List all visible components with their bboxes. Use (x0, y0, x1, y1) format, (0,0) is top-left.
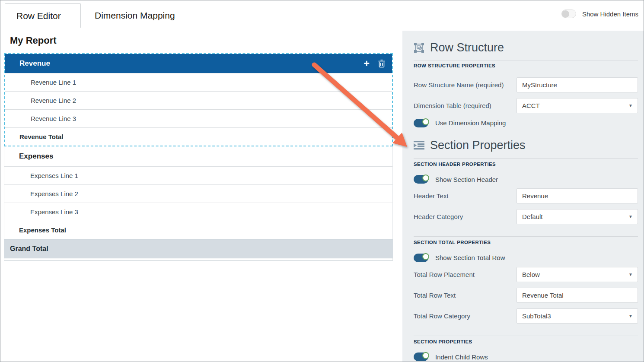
use-dimension-mapping-toggle[interactable] (414, 119, 428, 127)
total-row-placement-field-row: Total Row Placement Below ▼ (414, 267, 638, 282)
row-label: Expenses Line 1 (30, 172, 78, 179)
row-structure-icon (414, 42, 424, 53)
row-expenses-line-3[interactable]: Expenses Line 3 (4, 203, 392, 221)
add-row-button[interactable]: + (363, 59, 370, 69)
toggle-knob (422, 352, 429, 359)
show-section-total-row-toggle[interactable] (414, 254, 428, 262)
tab-dimension-mapping[interactable]: Dimension Mapping (90, 3, 179, 27)
header-text-label: Header Text (414, 192, 449, 200)
chevron-down-icon: ▼ (628, 314, 633, 318)
toggle-knob (422, 118, 429, 125)
row-label: Expenses Total (19, 226, 66, 234)
row-label: Grand Total (10, 245, 48, 253)
total-row-placement-select[interactable]: Below ▼ (516, 267, 638, 282)
trash-icon (378, 60, 385, 68)
row-label: Revenue Line 1 (31, 79, 76, 86)
show-section-header-row: Show Section Header (414, 175, 638, 184)
row-actions: + (363, 54, 385, 73)
use-dimension-mapping-label: Use Dimension Mapping (435, 119, 506, 127)
section-total-properties-label: SECTION TOTAL PROPERTIES (414, 240, 638, 245)
row-label: Revenue Total (19, 133, 63, 140)
show-section-total-row-label: Show Section Total Row (435, 254, 505, 261)
header-category-select[interactable]: Default ▼ (516, 209, 638, 224)
row-revenue-header[interactable]: Revenue + (5, 54, 392, 73)
row-structure-list: Revenue + Revenue Line 1 (4, 53, 393, 261)
total-row-text-input[interactable] (516, 288, 638, 303)
row-grand-total[interactable]: Grand Total (4, 239, 393, 258)
dimension-table-label: Dimension Table (required) (414, 102, 491, 109)
section-properties-title: Section Properties (430, 139, 526, 152)
use-dimension-mapping-row: Use Dimension Mapping (414, 118, 638, 127)
row-revenue-line-1[interactable]: Revenue Line 1 (5, 73, 392, 91)
indent-child-rows-label: Indent Child Rows (435, 353, 488, 361)
row-structure-title: Row Structure (430, 41, 504, 54)
row-structure-properties-label: ROW STRUCTURE PROPERTIES (414, 63, 638, 69)
row-structure-name-input[interactable] (516, 77, 638, 92)
toggle-knob (562, 10, 569, 18)
row-structure-name-label: Row Structure Name (required) (414, 81, 504, 89)
row-label: Revenue Line 3 (31, 115, 76, 122)
section-header-properties-label: SECTION HEADER PROPERTIES (414, 162, 638, 167)
total-row-placement-label: Total Row Placement (414, 271, 475, 278)
divider (414, 336, 638, 336)
section-expenses: Expenses Expenses Line 1 Expenses Line 2… (4, 146, 393, 239)
properties-panel: Row Structure ROW STRUCTURE PROPERTIES R… (402, 31, 644, 362)
section-properties-label: SECTION PROPERTIES (414, 339, 638, 345)
chevron-down-icon: ▼ (628, 272, 633, 277)
section-properties-heading: Section Properties (414, 139, 638, 152)
header-text-input[interactable] (516, 188, 638, 203)
indent-child-rows-row: Indent Child Rows (414, 352, 638, 362)
dimension-table-field-row: Dimension Table (required) ACCT ▼ (414, 98, 638, 113)
list-bottom-divider (4, 258, 393, 261)
divider (414, 60, 638, 60)
report-title: My Report (10, 35, 57, 46)
show-section-header-toggle[interactable] (414, 175, 428, 184)
row-revenue-total[interactable]: Revenue Total (5, 127, 392, 146)
total-row-text-field-row: Total Row Text (414, 288, 638, 303)
dimension-table-value: ACCT (522, 102, 540, 109)
row-revenue-line-2[interactable]: Revenue Line 2 (5, 91, 392, 109)
show-section-header-label: Show Section Header (435, 176, 498, 183)
total-row-text-label: Total Row Text (414, 292, 456, 299)
row-structure-heading: Row Structure (414, 41, 638, 54)
row-expenses-header[interactable]: Expenses (4, 146, 392, 166)
show-hidden-items-label: Show Hidden Items (582, 10, 638, 18)
total-row-category-field-row: Total Row Category SubTotal3 ▼ (414, 308, 638, 324)
row-revenue-line-3[interactable]: Revenue Line 3 (5, 109, 392, 127)
toggle-knob (422, 175, 429, 181)
chevron-down-icon: ▼ (628, 103, 633, 108)
chevron-down-icon: ▼ (628, 214, 633, 219)
dimension-table-select[interactable]: ACCT ▼ (516, 98, 638, 113)
row-expenses-total[interactable]: Expenses Total (4, 221, 392, 239)
row-label: Expenses Line 2 (30, 190, 78, 197)
row-label: Expenses (19, 152, 53, 161)
divider (414, 158, 638, 159)
row-label: Revenue Line 2 (31, 97, 76, 104)
total-row-category-select[interactable]: SubTotal3 ▼ (516, 308, 638, 324)
section-properties-icon (414, 141, 424, 150)
header-category-field-row: Header Category Default ▼ (414, 209, 638, 224)
show-hidden-items-toggle[interactable] (561, 10, 576, 18)
show-hidden-items-control: Show Hidden Items (561, 10, 638, 18)
toggle-knob (422, 253, 429, 260)
total-row-category-value: SubTotal3 (522, 312, 551, 320)
row-structure-name-field-row: Row Structure Name (required) (414, 77, 638, 92)
tab-row-editor-label: Row Editor (16, 11, 61, 21)
total-row-category-label: Total Row Category (414, 312, 470, 320)
indent-child-rows-toggle[interactable] (414, 352, 428, 361)
row-expenses-line-1[interactable]: Expenses Line 1 (4, 166, 392, 184)
tab-row-editor[interactable]: Row Editor (5, 3, 81, 28)
selected-section-revenue: Revenue + Revenue Line 1 (4, 53, 393, 146)
divider (414, 236, 638, 237)
delete-row-button[interactable] (378, 60, 385, 68)
tab-dimension-mapping-label: Dimension Mapping (95, 10, 175, 21)
row-label: Expenses Line 3 (30, 208, 78, 216)
total-row-placement-value: Below (522, 271, 540, 278)
show-section-total-row: Show Section Total Row (414, 253, 638, 262)
row-label: Revenue (19, 59, 50, 68)
row-expenses-line-2[interactable]: Expenses Line 2 (4, 184, 392, 203)
header-text-field-row: Header Text (414, 188, 638, 203)
top-tab-bar: Row Editor Dimension Mapping Show Hidden… (0, 0, 644, 27)
header-category-label: Header Category (414, 213, 463, 220)
header-category-value: Default (522, 213, 543, 220)
